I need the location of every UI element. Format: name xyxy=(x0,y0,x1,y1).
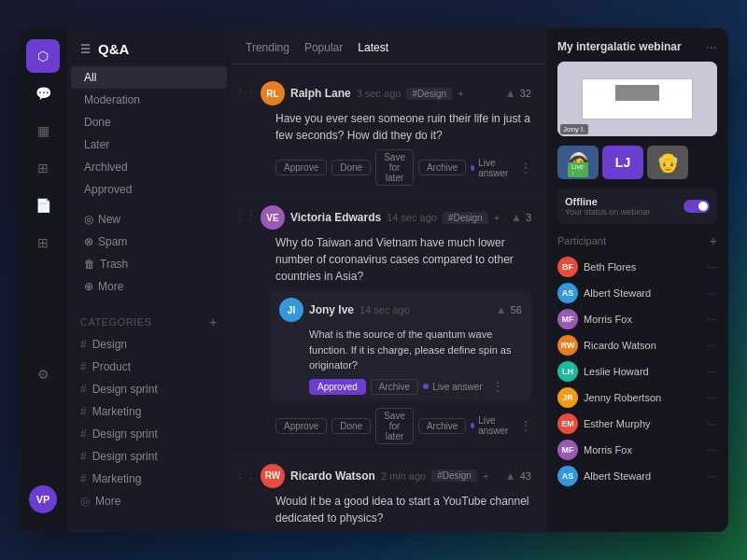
icon-bar-chat[interactable]: 💬 xyxy=(26,77,60,110)
question-header: RW Ricardo Watson 2 min ago #Design + ▲ … xyxy=(246,464,531,488)
sidebar-item-done[interactable]: Done xyxy=(71,111,227,133)
post-tag[interactable]: #Design xyxy=(431,469,477,482)
likes-count[interactable]: ▲ 32 xyxy=(505,87,531,100)
board-icon: ⊞ xyxy=(37,235,49,250)
icon-bar-board[interactable]: ⊞ xyxy=(26,226,60,259)
done-button[interactable]: Done xyxy=(331,160,371,175)
archive-button[interactable]: Archive xyxy=(418,160,466,175)
post-tag[interactable]: #Design xyxy=(406,88,452,100)
likes-count[interactable]: ▲ 3 xyxy=(511,211,531,224)
add-tag[interactable]: + xyxy=(483,470,488,482)
participant-more[interactable]: ··· xyxy=(708,339,717,352)
icon-bar-calendar[interactable]: ⊞ xyxy=(26,151,60,185)
sidebar-cat-marketing-2[interactable]: #Marketing xyxy=(67,468,231,490)
author-name: Victoria Edwards xyxy=(290,211,381,224)
participant-more[interactable]: ··· xyxy=(708,365,717,378)
participant-name: Albert Steward xyxy=(584,287,702,299)
more-options[interactable]: ⋮ xyxy=(519,161,532,175)
user-avatar[interactable]: VP xyxy=(29,485,57,513)
sidebar-item-more[interactable]: ⊕More xyxy=(71,275,227,298)
panel-more-options[interactable]: ··· xyxy=(706,39,717,54)
participant-more[interactable]: ··· xyxy=(708,260,717,273)
mini-avatar-2[interactable]: LJ xyxy=(602,146,643,179)
participant-item[interactable]: BF Beth Flores ··· xyxy=(557,254,717,280)
participant-item[interactable]: RW Ricardo Watson ··· xyxy=(557,332,717,358)
participant-item[interactable]: MF Morris Fox ··· xyxy=(557,306,717,332)
question-text: Why do Taiwan and Vietnam have much lowe… xyxy=(246,234,531,285)
sidebar-cat-design[interactable]: #Design xyxy=(67,333,231,356)
sidebar-item-trash[interactable]: 🗑Trash xyxy=(71,253,227,275)
sidebar-item-all[interactable]: All xyxy=(71,66,227,89)
participant-label: Participant xyxy=(557,235,606,246)
approve-button[interactable]: Approve xyxy=(275,418,327,434)
drag-handle[interactable]: ⋮⋮ xyxy=(234,209,257,222)
approved-button[interactable]: Approved xyxy=(309,379,366,395)
main-header: Trending Popular Latest xyxy=(231,28,546,64)
participant-name: Esther Murphy xyxy=(584,418,702,429)
sidebar-cat-more[interactable]: ◎More xyxy=(67,490,231,512)
calendar-icon: ⊞ xyxy=(37,161,49,175)
sidebar-cat-design-sprint-3[interactable]: #Design sprint xyxy=(67,445,231,468)
sub-likes-count[interactable]: ▲ 56 xyxy=(496,303,522,316)
participant-item[interactable]: LH Leslie Howard ··· xyxy=(557,358,717,385)
archive-button[interactable]: Archive xyxy=(418,418,466,434)
sidebar-item-new[interactable]: ◎New xyxy=(71,208,227,231)
sidebar-item-moderation[interactable]: Moderation xyxy=(71,89,227,111)
participant-item[interactable]: AS Albert Steward ··· xyxy=(557,280,717,306)
icon-bar-grid[interactable]: ▦ xyxy=(26,114,60,147)
filter-latest[interactable]: Latest xyxy=(358,39,388,56)
participant-more[interactable]: ··· xyxy=(708,469,717,483)
done-button[interactable]: Done xyxy=(331,418,371,434)
save-for-later-button[interactable]: Save for later xyxy=(375,149,414,186)
more-options[interactable]: ⋮ xyxy=(491,379,504,394)
filter-popular[interactable]: Popular xyxy=(304,39,343,56)
participant-item[interactable]: JR Jenny Robertson ··· xyxy=(557,385,717,411)
icon-bar: ⬡ 💬 ▦ ⊞ 📄 ⊞ ⚙ VP xyxy=(19,28,67,532)
offline-sublabel: Your status on webinar xyxy=(565,207,650,217)
icon-bar-home[interactable]: ⬡ xyxy=(26,39,60,73)
add-participant-button[interactable]: + xyxy=(710,233,717,248)
sidebar-item-archived[interactable]: Archived xyxy=(71,156,227,178)
sidebar-cat-product[interactable]: #Product xyxy=(67,356,231,378)
likes-count[interactable]: ▲ 43 xyxy=(505,469,531,483)
archive-button[interactable]: Archive xyxy=(371,379,418,395)
add-tag[interactable]: + xyxy=(494,212,500,223)
status-toggle[interactable] xyxy=(684,200,710,213)
question-text: Have you ever seen someone ruin their li… xyxy=(246,110,531,144)
sidebar-item-approved[interactable]: Approved xyxy=(71,178,227,201)
live-dot xyxy=(471,165,474,171)
sidebar-cat-design-sprint-2[interactable]: #Design sprint xyxy=(67,423,231,445)
participant-more[interactable]: ··· xyxy=(708,417,717,430)
participant-item[interactable]: EM Esther Murphy ··· xyxy=(557,411,717,437)
save-for-later-button[interactable]: Save for later xyxy=(375,532,414,533)
participant-item[interactable]: MF Morris Fox ··· xyxy=(557,437,717,463)
participant-item[interactable]: AS Albert Steward ··· xyxy=(557,463,717,489)
post-tag[interactable]: #Design xyxy=(443,212,488,224)
save-for-later-button[interactable]: Save for later xyxy=(375,408,414,444)
live-answer-button[interactable]: Live answer xyxy=(471,158,510,178)
participant-more[interactable]: ··· xyxy=(708,443,717,456)
live-dot xyxy=(423,384,429,389)
live-answer-button[interactable]: Live answer xyxy=(471,415,510,436)
sidebar-cat-design-sprint-1[interactable]: #Design sprint xyxy=(67,378,231,400)
live-answer-button[interactable]: Live answer xyxy=(423,382,482,392)
approve-button[interactable]: Approve xyxy=(275,160,327,175)
drag-handle[interactable]: ⋮⋮ xyxy=(234,85,257,98)
sidebar-item-later[interactable]: Later xyxy=(71,133,227,156)
question-header: VE Victoria Edwards 14 sec ago #Design +… xyxy=(246,205,531,230)
filter-trending[interactable]: Trending xyxy=(246,39,289,56)
sidebar-item-spam[interactable]: ⊗Spam xyxy=(71,231,227,253)
mini-avatar-1[interactable]: 🧑‍🚀 Live ↑ xyxy=(557,146,599,179)
add-tag[interactable]: + xyxy=(458,88,463,99)
icon-bar-document[interactable]: 📄 xyxy=(26,189,60,222)
drag-handle[interactable]: ⋮⋮ xyxy=(234,468,257,481)
more-options[interactable]: ⋮ xyxy=(519,418,532,433)
participant-name: Leslie Howard xyxy=(584,366,702,377)
participant-more[interactable]: ··· xyxy=(708,391,717,404)
icon-bar-settings[interactable]: ⚙ xyxy=(26,357,60,391)
participant-more[interactable]: ··· xyxy=(708,313,717,326)
sidebar-cat-marketing-1[interactable]: #Marketing xyxy=(67,400,231,423)
add-category-button[interactable]: + xyxy=(209,315,218,329)
mini-avatar-3[interactable]: 👴 xyxy=(647,146,688,179)
participant-more[interactable]: ··· xyxy=(708,287,717,300)
